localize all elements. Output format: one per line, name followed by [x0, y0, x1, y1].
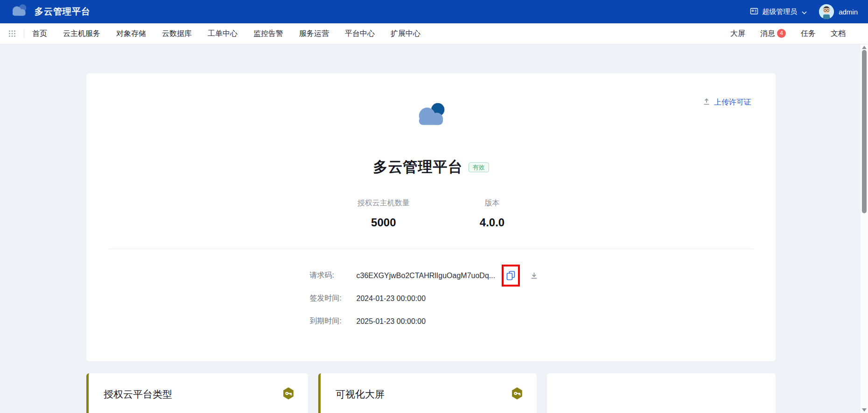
scrollbar-up-arrow[interactable]: [862, 46, 867, 49]
stat-value: 5000: [371, 216, 396, 229]
nav-item-cloud-host[interactable]: 云主机服务: [63, 29, 100, 39]
upload-license-label: 上传许可证: [714, 98, 751, 107]
copy-icon[interactable]: [506, 271, 515, 280]
nav-item-platform-center[interactable]: 平台中心: [345, 29, 375, 39]
page: 多云管理平台 超级管理员: [0, 0, 868, 413]
main-navbar: 首页 云主机服务 对象存储 云数据库 工单中心 监控告警 服务运营 平台中心 扩…: [0, 23, 868, 44]
stat-value: 4.0.0: [480, 216, 504, 229]
upload-license-button[interactable]: 上传许可证: [703, 98, 751, 107]
expire-time-row: 到期时间: 2025-01-23 00:00:00: [310, 316, 553, 326]
nav-item-cloud-db[interactable]: 云数据库: [162, 29, 192, 39]
nav-item-extension-center[interactable]: 扩展中心: [391, 29, 420, 39]
upload-icon: [703, 98, 710, 107]
user-menu[interactable]: admin: [819, 4, 858, 19]
issue-time-row: 签发时间: 2024-01-23 00:00:00: [310, 294, 553, 303]
stat-authorized-hosts: 授权云主机数量 5000: [357, 198, 410, 229]
nav-item-monitor-alert[interactable]: 监控告警: [253, 29, 283, 39]
nav-divider: [24, 29, 24, 38]
stat-label: 版本: [484, 198, 499, 208]
annotation-highlight-box: [502, 265, 520, 287]
request-code-value: c36EXGYjwBo2CTAHRlIguOagM7uoDq...: [357, 272, 496, 280]
vertical-scrollbar: [860, 44, 868, 413]
nav-item-messages[interactable]: 消息 4: [760, 29, 786, 39]
feature-card-title: 可视化大屏: [336, 388, 385, 401]
nav-item-ticket-center[interactable]: 工单中心: [208, 29, 238, 39]
message-count-badge: 4: [777, 29, 786, 38]
license-card: 上传许可证 多云管理平台 有效 授权云主机数量: [86, 73, 776, 361]
username: admin: [839, 8, 858, 16]
id-badge-icon: [750, 7, 758, 17]
scrollbar-down-arrow[interactable]: [862, 408, 867, 412]
stat-label: 授权云主机数量: [357, 198, 410, 208]
license-status-badge: 有效: [469, 162, 489, 172]
feature-card-visual-big-screen: 可视化大屏: [318, 373, 537, 413]
top-header-bar: 多云管理平台 超级管理员: [0, 0, 868, 23]
role-label: 超级管理员: [762, 7, 797, 16]
feature-card-empty: [547, 373, 776, 413]
feature-card-title: 授权云平台类型: [104, 388, 172, 401]
expire-time-label: 到期时间:: [310, 316, 357, 326]
expire-time-value: 2025-01-23 00:00:00: [357, 317, 426, 326]
request-code-row: 请求码: c36EXGYjwBo2CTAHRlIguOagM7uoDq...: [310, 271, 553, 280]
brand: 多云管理平台: [10, 4, 91, 20]
download-icon[interactable]: [530, 272, 538, 280]
issue-time-label: 签发时间:: [310, 294, 357, 303]
chevron-down-icon: [802, 8, 807, 16]
feature-card-cloud-platform-types: 授权云平台类型: [86, 373, 308, 413]
scrollbar-thumb[interactable]: [862, 50, 867, 213]
avatar: [819, 4, 834, 19]
app-title: 多云管理平台: [35, 6, 91, 18]
nav-item-object-storage[interactable]: 对象存储: [116, 29, 146, 39]
nav-item-home[interactable]: 首页: [32, 29, 47, 39]
apps-grid-icon[interactable]: [8, 30, 16, 37]
stat-version: 版本 4.0.0: [480, 198, 504, 229]
issue-time-value: 2024-01-23 00:00:00: [357, 294, 426, 303]
nav-item-docs[interactable]: 文档: [831, 29, 846, 39]
nav-item-big-screen[interactable]: 大屏: [730, 29, 745, 39]
divider: [109, 249, 753, 249]
key-hexagon-icon: [283, 387, 294, 401]
nav-item-tasks[interactable]: 任务: [801, 29, 816, 39]
key-hexagon-icon: [511, 387, 523, 401]
product-cloud-logo: [415, 102, 448, 130]
product-name: 多云管理平台: [373, 157, 463, 177]
nav-item-service-ops[interactable]: 服务运营: [299, 29, 329, 39]
request-code-label: 请求码:: [310, 271, 357, 280]
role-switcher[interactable]: 超级管理员: [750, 7, 807, 17]
messages-label: 消息: [760, 29, 775, 39]
cloud-logo-icon: [10, 4, 28, 20]
license-stats: 授权云主机数量 5000 版本 4.0.0: [357, 198, 504, 229]
